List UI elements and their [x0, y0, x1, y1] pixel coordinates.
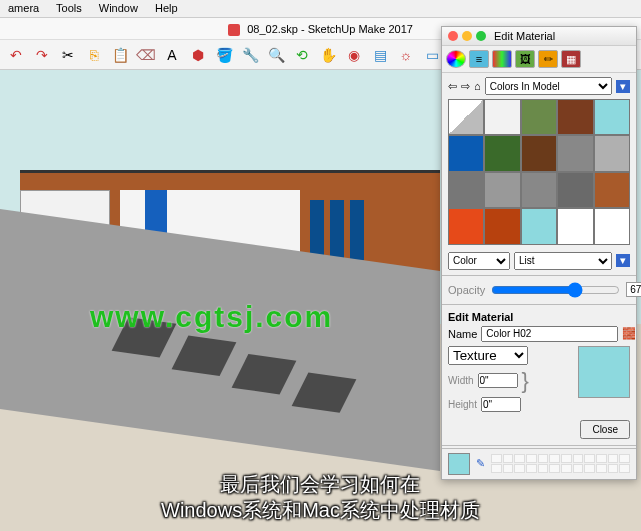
minimize-window-icon[interactable] [462, 31, 472, 41]
recent-slot[interactable] [619, 454, 630, 463]
menu-camera[interactable]: amera [8, 2, 39, 14]
recent-slot[interactable] [561, 454, 572, 463]
document-icon [228, 24, 240, 36]
collection-select[interactable]: Colors In Model [485, 77, 612, 95]
view-options-icon[interactable]: ▾ [616, 254, 630, 267]
pan-icon[interactable]: ✋ [318, 45, 338, 65]
recent-slot[interactable] [526, 454, 537, 463]
traffic-lights[interactable] [448, 31, 486, 41]
recent-slot[interactable] [573, 464, 584, 473]
menu-tools[interactable]: Tools [56, 2, 82, 14]
recent-slot[interactable] [573, 454, 584, 463]
recent-slot[interactable] [538, 464, 549, 473]
material-picker-icon[interactable]: 🧱 [622, 327, 636, 340]
recent-slot[interactable] [526, 464, 537, 473]
material-name-input[interactable] [481, 326, 618, 342]
panel-titlebar[interactable]: Edit Material [442, 27, 636, 46]
swatch-19[interactable] [594, 208, 630, 244]
recent-slot[interactable] [514, 454, 525, 463]
swatch-11[interactable] [484, 172, 520, 208]
swatch-17[interactable] [521, 208, 557, 244]
recent-slot[interactable] [549, 464, 560, 473]
component-icon[interactable]: ⬢ [188, 45, 208, 65]
swatch-14[interactable] [594, 172, 630, 208]
nav-home-icon[interactable]: ⌂ [474, 80, 481, 92]
swatch-0[interactable] [448, 99, 484, 135]
recent-slot[interactable] [503, 464, 514, 473]
opacity-value[interactable]: 67% [626, 282, 641, 297]
menu-help[interactable]: Help [155, 2, 178, 14]
swatch-3[interactable] [557, 99, 593, 135]
swatch-12[interactable] [521, 172, 557, 208]
orbit-icon[interactable]: ⟲ [292, 45, 312, 65]
select-icon[interactable]: A [162, 45, 182, 65]
layers-icon[interactable]: ▤ [370, 45, 390, 65]
style-icon[interactable]: ◉ [344, 45, 364, 65]
cut-icon[interactable]: ✂ [58, 45, 78, 65]
recent-slot[interactable] [584, 464, 595, 473]
view-mode-select[interactable]: List [514, 252, 612, 270]
opacity-slider[interactable] [491, 282, 620, 298]
recent-slot[interactable] [608, 464, 619, 473]
paste-icon[interactable]: 📋 [110, 45, 130, 65]
tab-image-icon[interactable]: 🖼 [515, 50, 535, 68]
window-title: 08_02.skp - SketchUp Make 2017 [247, 23, 413, 35]
opacity-label: Opacity [448, 284, 485, 296]
shadows-icon[interactable]: ☼ [396, 45, 416, 65]
link-dims-icon[interactable]: } [522, 368, 529, 394]
swatch-8[interactable] [557, 135, 593, 171]
height-input[interactable] [481, 397, 521, 412]
swatch-9[interactable] [594, 135, 630, 171]
swatch-1[interactable] [484, 99, 520, 135]
recent-slot[interactable] [596, 464, 607, 473]
wrench-icon[interactable]: 🔧 [240, 45, 260, 65]
eyedropper-icon[interactable]: ✎ [476, 457, 485, 470]
tab-wheel-icon[interactable] [446, 50, 466, 68]
redo-icon[interactable]: ↷ [32, 45, 52, 65]
swatch-4[interactable] [594, 99, 630, 135]
menu-window[interactable]: Window [99, 2, 138, 14]
nav-back-icon[interactable]: ⇦ [448, 80, 457, 93]
recent-slot[interactable] [608, 454, 619, 463]
zoom-window-icon[interactable] [476, 31, 486, 41]
tab-brick-icon[interactable]: ▦ [561, 50, 581, 68]
color-mode-select[interactable]: Color [448, 252, 510, 270]
paint-icon[interactable]: 🪣 [214, 45, 234, 65]
swatch-2[interactable] [521, 99, 557, 135]
tab-palette-icon[interactable] [492, 50, 512, 68]
nav-fwd-icon[interactable]: ⇨ [461, 80, 470, 93]
swatch-13[interactable] [557, 172, 593, 208]
swatch-7[interactable] [521, 135, 557, 171]
swatch-18[interactable] [557, 208, 593, 244]
swatch-16[interactable] [484, 208, 520, 244]
nav-menu-icon[interactable]: ▾ [616, 80, 630, 93]
erase-icon[interactable]: ⌫ [136, 45, 156, 65]
recent-slot[interactable] [596, 454, 607, 463]
color-picker-tabs: ≡ 🖼 ✏ ▦ [442, 46, 636, 73]
recent-slot[interactable] [491, 464, 502, 473]
copy-icon[interactable]: ⎘ [84, 45, 104, 65]
recent-slot[interactable] [561, 464, 572, 473]
swatch-10[interactable] [448, 172, 484, 208]
close-window-icon[interactable] [448, 31, 458, 41]
scenes-icon[interactable]: ▭ [422, 45, 442, 65]
recent-slot[interactable] [491, 454, 502, 463]
swatch-15[interactable] [448, 208, 484, 244]
recent-slot[interactable] [549, 454, 560, 463]
recent-slot[interactable] [538, 454, 549, 463]
current-material-swatch[interactable] [448, 453, 470, 475]
swatch-5[interactable] [448, 135, 484, 171]
undo-icon[interactable]: ↶ [6, 45, 26, 65]
texture-select[interactable]: Texture [448, 346, 528, 365]
recent-slot[interactable] [619, 464, 630, 473]
tab-sliders-icon[interactable]: ≡ [469, 50, 489, 68]
recent-slot[interactable] [584, 454, 595, 463]
recent-slot[interactable] [514, 464, 525, 473]
recent-slot[interactable] [503, 454, 514, 463]
width-input[interactable] [478, 373, 518, 388]
close-button[interactable]: Close [580, 420, 630, 439]
tab-crayons-icon[interactable]: ✏ [538, 50, 558, 68]
recent-colors-grid[interactable] [491, 454, 630, 473]
zoom-icon[interactable]: 🔍 [266, 45, 286, 65]
swatch-6[interactable] [484, 135, 520, 171]
